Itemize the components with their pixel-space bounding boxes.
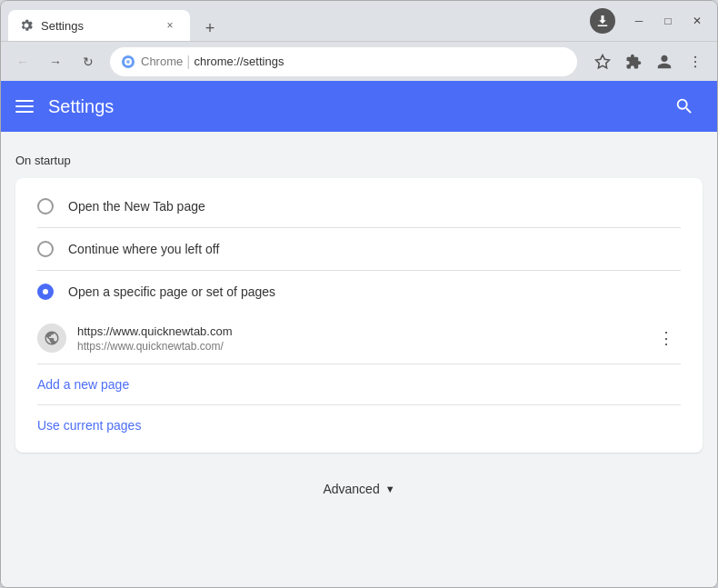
startup-options-card: Open the New Tab page Continue where you… [15,178,703,453]
download-icon[interactable] [590,8,615,34]
tab-title: Settings [41,19,154,33]
radio-new-tab[interactable] [37,198,54,214]
maximize-button[interactable]: □ [655,8,681,34]
omnibox-separator: | [186,54,190,70]
settings-search-button[interactable] [666,88,703,125]
url-subtitle: https://www.quicknewtab.com/ [77,340,652,353]
url-globe-icon [37,324,66,353]
omnibox-url: chrome://settings [194,55,284,68]
reload-button[interactable]: ↻ [74,47,103,76]
settings-header-title: Settings [48,96,666,117]
svg-point-6 [694,65,696,67]
add-new-page-button[interactable]: Add a new page [15,364,703,404]
window-controls: ─ □ ✕ [626,8,710,34]
startup-option-new-tab-label: Open the New Tab page [68,199,205,214]
startup-option-new-tab[interactable]: Open the New Tab page [15,185,703,227]
startup-section-title: On startup [15,154,703,167]
startup-option-specific-label: Open a specific page or set of pages [68,284,275,299]
back-button[interactable]: ← [8,47,37,76]
use-current-pages-button[interactable]: Use current pages [15,405,703,445]
url-entry: https://www.quicknewtab.com https://www.… [15,313,703,364]
advanced-arrow: ▼ [385,483,395,494]
advanced-label: Advanced [323,482,379,496]
omnibox-favicon [121,55,135,69]
url-more-button[interactable]: ⋮ [652,324,681,353]
tab-bar: Settings × + [8,1,590,41]
omnibox[interactable]: Chrome | chrome://settings [110,47,577,76]
radio-specific[interactable] [37,284,54,300]
bookmark-button[interactable] [588,47,617,76]
tab-close-button[interactable]: × [161,16,179,35]
startup-option-continue-label: Continue where you left off [68,242,219,256]
svg-point-2 [126,60,130,64]
close-button[interactable]: ✕ [684,8,710,34]
profile-button[interactable] [650,47,679,76]
startup-option-specific[interactable]: Open a specific page or set of pages [15,271,703,313]
settings-container: Settings QLChrome On startup Open the Ne… [1,81,717,587]
toolbar-icons [588,47,710,76]
forward-button[interactable]: → [41,47,70,76]
radio-continue[interactable] [37,241,54,257]
chrome-menu-button[interactable] [681,47,710,76]
tab-favicon [19,18,34,33]
svg-point-5 [694,60,696,62]
minimize-button[interactable]: ─ [626,8,652,34]
advanced-section[interactable]: Advanced ▼ [15,467,703,511]
browser-window: Settings × + ─ □ ✕ ← → ↻ C [0,0,718,588]
svg-point-4 [694,55,696,57]
url-main: https://www.quicknewtab.com [77,324,652,338]
url-text: https://www.quicknewtab.com https://www.… [77,324,652,353]
omnibox-source: Chrome [141,55,183,68]
settings-header: Settings [1,81,717,132]
startup-option-continue[interactable]: Continue where you left off [15,228,703,270]
settings-content[interactable]: QLChrome On startup Open the New Tab pag… [1,132,717,587]
new-tab-button[interactable]: + [197,15,223,41]
svg-marker-3 [596,55,610,67]
active-tab[interactable]: Settings × [8,10,190,41]
toolbar: ← → ↻ Chrome | chrome://settings [1,41,717,81]
title-bar: Settings × + ─ □ ✕ [1,1,717,41]
hamburger-menu[interactable] [15,100,34,113]
extensions-button[interactable] [619,47,648,76]
